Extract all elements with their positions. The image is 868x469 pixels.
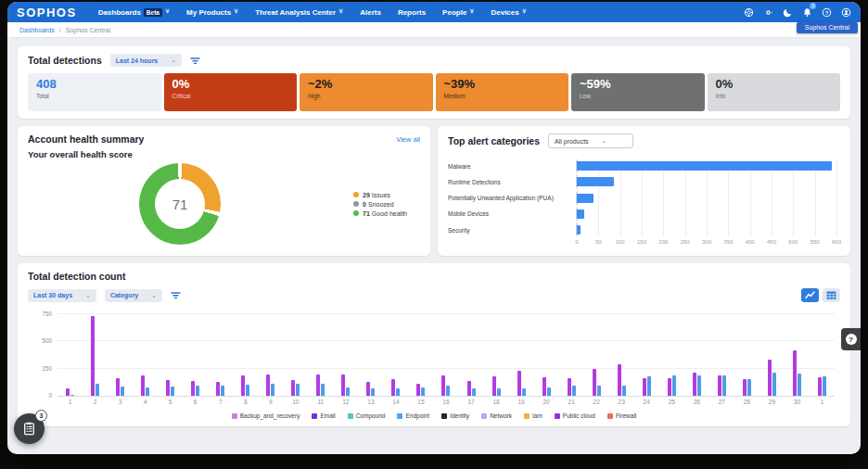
range-filter-dropdown[interactable]: Last 30 days ⌄	[28, 289, 96, 302]
detection-card-high[interactable]: ~2%High	[300, 73, 433, 111]
nav-item-threat-analysis-center[interactable]: Threat Analysis Center∨	[247, 2, 351, 22]
bar-public-cloud[interactable]	[416, 384, 420, 396]
view-all-link[interactable]: View all	[396, 135, 420, 144]
bar-endpoint[interactable]	[396, 388, 400, 396]
nav-item-reports[interactable]: Reports	[389, 2, 434, 22]
bar-public-cloud[interactable]	[467, 381, 471, 396]
settings-icon[interactable]	[762, 6, 773, 18]
bar-endpoint[interactable]	[371, 388, 375, 396]
bar-endpoint[interactable]	[647, 376, 651, 396]
bar-public-cloud[interactable]	[391, 379, 395, 396]
legend-item-backup-and-recovery[interactable]: Backup_and_recovery	[232, 412, 300, 419]
top-alert-bar[interactable]	[577, 194, 594, 203]
bar-public-cloud[interactable]	[141, 375, 145, 396]
bar-endpoint[interactable]	[246, 385, 249, 396]
top-alert-bar[interactable]	[577, 161, 832, 171]
bar-endpoint[interactable]	[70, 395, 74, 396]
bar-public-cloud[interactable]	[718, 375, 721, 396]
bar-public-cloud[interactable]	[191, 381, 195, 396]
bar-public-cloud[interactable]	[593, 369, 596, 396]
chart-view-toggle[interactable]	[801, 288, 819, 302]
bar-endpoint[interactable]	[446, 386, 450, 396]
bar-public-cloud[interactable]	[316, 374, 320, 396]
detection-card-info[interactable]: 0%Info	[708, 73, 841, 111]
top-alert-bar[interactable]	[577, 225, 581, 234]
detection-card-low[interactable]: ~59%Low	[571, 73, 705, 111]
legend-item-network[interactable]: Network	[481, 412, 512, 419]
breadcrumb-dashboards[interactable]: Dashboards	[19, 27, 55, 33]
bar-public-cloud[interactable]	[116, 378, 120, 396]
bar-public-cloud[interactable]	[768, 360, 772, 396]
top-alert-bar[interactable]	[577, 209, 584, 219]
bar-public-cloud[interactable]	[818, 377, 822, 396]
bar-endpoint[interactable]	[421, 387, 425, 396]
bar-public-cloud[interactable]	[66, 388, 70, 396]
bar-endpoint[interactable]	[747, 379, 751, 396]
legend-item-identity[interactable]: Identity	[441, 412, 469, 419]
bar-endpoint[interactable]	[672, 375, 676, 396]
legend-item-firewall[interactable]: Firewall	[607, 412, 636, 419]
bar-public-cloud[interactable]	[166, 380, 170, 396]
bar-public-cloud[interactable]	[568, 378, 571, 396]
bar-public-cloud[interactable]	[668, 378, 671, 396]
bar-public-cloud[interactable]	[693, 373, 696, 396]
detection-card-medium[interactable]: ~39%Medium	[436, 73, 569, 111]
bar-public-cloud[interactable]	[542, 377, 546, 396]
filter-icon[interactable]	[190, 56, 200, 66]
bar-endpoint[interactable]	[722, 375, 726, 396]
bar-endpoint[interactable]	[597, 386, 601, 396]
bar-public-cloud[interactable]	[341, 374, 345, 396]
bar-endpoint[interactable]	[547, 387, 551, 396]
nav-item-alerts[interactable]: Alerts	[351, 2, 389, 22]
nav-item-people[interactable]: People∨	[434, 2, 482, 22]
time-filter-dropdown[interactable]: Last 24 hours ⌄	[110, 54, 182, 67]
bar-public-cloud[interactable]	[492, 376, 496, 396]
tasks-fab-button[interactable]: 3	[14, 413, 45, 444]
bar-public-cloud[interactable]	[441, 375, 445, 396]
bar-endpoint[interactable]	[622, 386, 626, 396]
support-icon[interactable]	[743, 6, 754, 18]
legend-item-compound[interactable]: Compound	[348, 412, 386, 419]
legend-item-endpoint[interactable]: Endpoint	[397, 412, 429, 419]
detection-card-total[interactable]: 408Total	[28, 73, 161, 111]
bar-public-cloud[interactable]	[643, 378, 646, 396]
help-fab-button[interactable]: ?	[841, 328, 861, 350]
bar-endpoint[interactable]	[96, 384, 99, 396]
bar-endpoint[interactable]	[823, 376, 826, 396]
bar-public-cloud[interactable]	[743, 379, 747, 396]
bar-endpoint[interactable]	[798, 374, 801, 396]
bar-public-cloud[interactable]	[618, 364, 621, 396]
nav-item-devices[interactable]: Devices∨	[482, 2, 534, 22]
bar-endpoint[interactable]	[346, 387, 350, 396]
bar-endpoint[interactable]	[522, 388, 526, 396]
bar-endpoint[interactable]	[497, 388, 501, 396]
bar-public-cloud[interactable]	[241, 375, 245, 396]
dark-mode-icon[interactable]	[782, 6, 793, 18]
bar-endpoint[interactable]	[697, 375, 701, 396]
bar-endpoint[interactable]	[572, 386, 576, 396]
bar-public-cloud[interactable]	[793, 350, 797, 396]
nav-item-my-products[interactable]: My Products∨	[178, 2, 247, 22]
bar-public-cloud[interactable]	[266, 374, 270, 396]
account-icon[interactable]	[840, 6, 851, 18]
bar-endpoint[interactable]	[146, 387, 149, 396]
bar-endpoint[interactable]	[171, 387, 174, 396]
help-icon[interactable]: ?	[821, 6, 832, 18]
bar-public-cloud[interactable]	[366, 382, 370, 396]
bar-public-cloud[interactable]	[517, 371, 521, 396]
bar-public-cloud[interactable]	[216, 382, 220, 396]
product-filter-dropdown[interactable]: All products ⌄	[548, 133, 633, 148]
legend-item-iam[interactable]: Iam	[524, 412, 542, 419]
top-alert-bar[interactable]	[577, 177, 614, 186]
bar-endpoint[interactable]	[472, 388, 476, 396]
bar-endpoint[interactable]	[196, 386, 199, 396]
category-filter-dropdown[interactable]: Category ⌄	[105, 289, 162, 302]
bar-endpoint[interactable]	[296, 384, 300, 396]
table-view-toggle[interactable]	[823, 288, 840, 302]
bar-endpoint[interactable]	[271, 384, 274, 396]
bar-public-cloud[interactable]	[291, 380, 295, 396]
bar-endpoint[interactable]	[121, 387, 124, 396]
nav-item-dashboards[interactable]: DashboardsBeta∨	[90, 2, 178, 22]
bar-endpoint[interactable]	[321, 384, 325, 396]
filter-icon[interactable]	[171, 290, 181, 300]
